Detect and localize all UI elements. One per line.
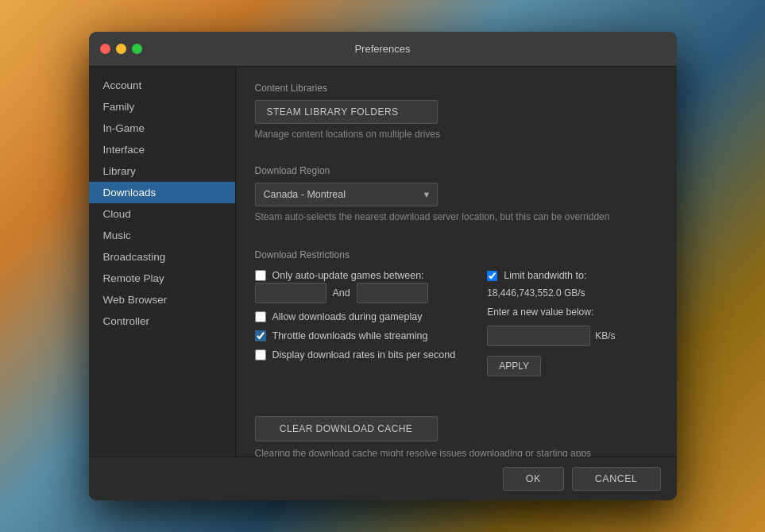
sidebar-item-in-game[interactable]: In-Game [89,118,235,139]
limit-bandwidth-row: Limit bandwidth to: [487,270,630,281]
sidebar-item-controller[interactable]: Controller [89,310,235,332]
time-start-input[interactable] [255,283,326,303]
bandwidth-value: 18,446,743,552.0 GB/s [487,287,630,299]
limit-bandwidth-checkbox[interactable] [487,271,497,281]
allow-during-gameplay-checkbox[interactable] [255,311,266,322]
sidebar-item-interface[interactable]: Interface [89,139,235,160]
time-end-input[interactable] [357,283,428,303]
sidebar: Account Family In-Game Interface Library… [89,67,236,457]
and-label: And [333,287,350,299]
download-region-section: Download Region Canada - Montreal United… [255,165,658,222]
sidebar-item-family[interactable]: Family [89,96,235,118]
display-in-bits-label: Display download rates in bits per secon… [272,349,456,360]
maximize-button[interactable] [132,44,142,54]
auto-update-wrapper: Only auto-update games between: And [255,270,456,303]
sidebar-item-account[interactable]: Account [89,75,235,96]
display-in-bits-row: Display download rates in bits per secon… [255,349,456,360]
allow-during-gameplay-label: Allow downloads during gameplay [272,311,423,322]
cancel-button[interactable]: CANCEL [572,467,661,491]
only-auto-update-row: Only auto-update games between: [255,270,456,281]
content-libraries-section: Content Libraries STEAM LIBRARY FOLDERS … [255,83,658,140]
display-in-bits-checkbox[interactable] [255,349,266,360]
cache-note: Clearing the download cache might resolv… [255,448,658,457]
minimize-button[interactable] [116,44,126,54]
throttle-while-streaming-row: Throttle downloads while streaming [255,330,456,341]
download-region-label: Download Region [255,165,658,176]
only-auto-update-checkbox[interactable] [255,270,266,281]
sidebar-item-broadcasting[interactable]: Broadcasting [89,246,235,268]
time-inputs: And [255,283,456,303]
sidebar-item-web-browser[interactable]: Web Browser [89,289,235,310]
sidebar-item-downloads[interactable]: Downloads [89,182,235,203]
content-libraries-label: Content Libraries [255,83,658,94]
kb-unit-label: KB/s [595,330,615,341]
sidebar-item-music[interactable]: Music [89,225,235,246]
download-cache-section: CLEAR DOWNLOAD CACHE Clearing the downlo… [255,416,658,457]
titlebar: Preferences [89,32,677,67]
throttle-while-streaming-label: Throttle downloads while streaming [272,330,428,341]
enter-value-label: Enter a new value below: [487,306,630,318]
main-content: Content Libraries STEAM LIBRARY FOLDERS … [236,67,677,457]
only-auto-update-label: Only auto-update games between: [272,270,424,281]
preferences-dialog: Preferences Account Family In-Game Inter… [89,32,677,500]
sidebar-item-cloud[interactable]: Cloud [89,203,235,225]
throttle-while-streaming-checkbox[interactable] [255,330,266,341]
download-restrictions-section: Download Restrictions Only auto-update g… [255,249,658,376]
ok-button[interactable]: OK [503,467,564,491]
region-select[interactable]: Canada - Montreal United States - New Yo… [255,183,438,206]
footer: OK CANCEL [89,457,677,500]
limit-bandwidth-label: Limit bandwidth to: [504,270,586,281]
sidebar-item-remote-play[interactable]: Remote Play [89,268,235,289]
sidebar-item-library[interactable]: Library [89,160,235,182]
apply-button[interactable]: APPLY [487,356,541,376]
allow-during-gameplay-row: Allow downloads during gameplay [255,311,456,322]
restrictions-right: Limit bandwidth to: 18,446,743,552.0 GB/… [487,270,630,376]
download-region-note: Steam auto-selects the nearest download … [255,211,658,222]
kb-row: KB/s [487,326,630,346]
content-libraries-note: Manage content locations on multiple dri… [255,129,658,140]
dialog-title: Preferences [354,43,410,55]
steam-library-folders-button[interactable]: STEAM LIBRARY FOLDERS [255,100,438,124]
traffic-lights [100,44,142,54]
region-select-wrapper: Canada - Montreal United States - New Yo… [255,183,438,206]
restrictions-left: Only auto-update games between: And Allo… [255,270,456,376]
restrictions-grid: Only auto-update games between: And Allo… [255,270,658,376]
kb-input[interactable] [487,326,590,346]
dialog-body: Account Family In-Game Interface Library… [89,67,677,457]
close-button[interactable] [100,44,110,54]
download-restrictions-label: Download Restrictions [255,249,658,260]
clear-download-cache-button[interactable]: CLEAR DOWNLOAD CACHE [255,416,438,441]
